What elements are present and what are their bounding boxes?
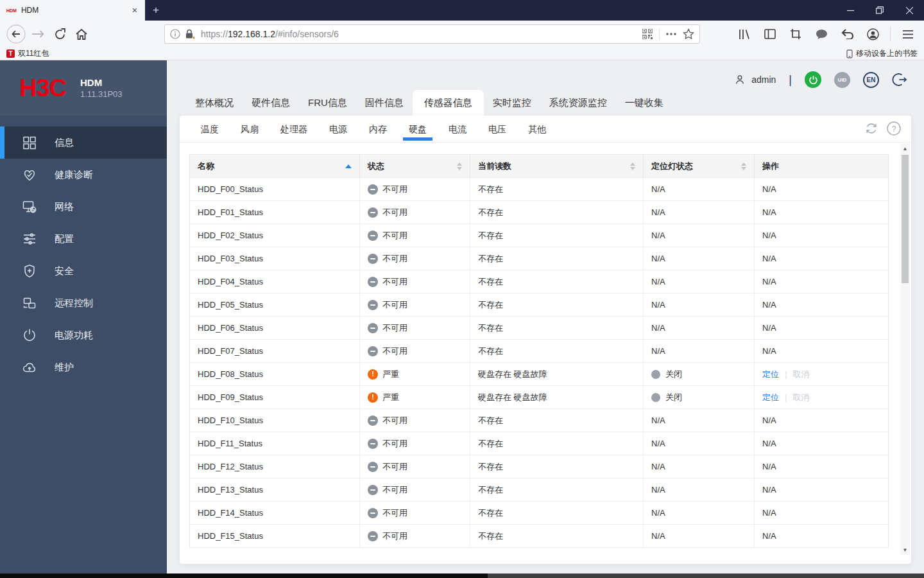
column-header[interactable]: 当前读数 [470, 155, 644, 177]
sidebar: H3C HDM 1.11.31P03 信息健康诊断网络配置安全远程控制电源功耗维… [0, 60, 167, 574]
bookmark-item[interactable]: T 双11红包 [6, 48, 49, 59]
main-tab[interactable]: 传感器信息 [413, 90, 484, 116]
language-button[interactable]: EN [863, 72, 879, 88]
main-tab[interactable]: FRU信息 [299, 90, 356, 116]
sensor-name: HDD_F04_Status [190, 270, 360, 293]
sensor-status: 不可用 [360, 178, 470, 200]
table-scrollbar[interactable]: ▲ ▼ [900, 143, 910, 555]
sort-asc-icon[interactable] [345, 164, 352, 168]
insecure-lock-icon[interactable] [185, 29, 196, 39]
uid-button[interactable]: UID [834, 72, 850, 88]
main-tab[interactable]: 固件信息 [356, 90, 413, 116]
taobao-bookmark-icon: T [6, 49, 15, 58]
sensor-subtab[interactable]: 温度 [190, 116, 230, 143]
sidebar-item[interactable]: 健康诊断 [0, 159, 167, 191]
tab-close-icon[interactable]: × [130, 4, 140, 16]
host-power-icon[interactable] [805, 71, 821, 88]
scroll-up-icon[interactable]: ▲ [900, 143, 910, 153]
sensor-subtab[interactable]: 电压 [477, 116, 517, 143]
username[interactable]: admin [751, 74, 776, 85]
minimize-button[interactable] [835, 0, 865, 21]
table-row: HDD_F08_Status严重硬盘存在 硬盘故障关闭定位|取消 [190, 363, 888, 386]
bookmarks-bar: T 双11红包 移动设备上的书签 [0, 48, 924, 60]
close-window-button[interactable] [894, 0, 924, 21]
sensor-subtab[interactable]: 风扇 [230, 116, 270, 143]
reload-button[interactable] [49, 23, 71, 45]
table-row: HDD_F07_Status不可用不存在N/AN/A [190, 340, 888, 363]
sidebar-item[interactable]: 网络 [0, 191, 167, 223]
sidebar-item[interactable]: 配置 [0, 223, 167, 255]
cancel-link[interactable]: 取消 [792, 392, 809, 403]
home-button[interactable] [71, 23, 92, 45]
menu-hamburger-icon[interactable] [897, 23, 919, 45]
main-tab[interactable]: 整体概况 [186, 90, 243, 116]
new-tab-button[interactable]: + [145, 0, 167, 21]
sensor-subtab[interactable]: 处理器 [270, 116, 318, 143]
sidebar-toggle-icon[interactable] [759, 23, 781, 45]
column-header[interactable]: 状态 [360, 155, 470, 177]
operation-cell: N/A [755, 224, 889, 247]
sidebar-item[interactable]: 维护 [0, 351, 167, 383]
content-panel: 温度风扇处理器电源内存硬盘电流电压其他 ? 名称状态当前读数定位灯状态操作 HD… [180, 116, 911, 564]
sort-icon[interactable] [630, 162, 635, 170]
sensor-subtab[interactable]: 电流 [438, 116, 477, 143]
qr-code-icon[interactable] [642, 29, 653, 39]
unavailable-icon [368, 416, 378, 426]
operation-cell: N/A [755, 178, 889, 200]
mobile-bookmarks[interactable]: 移动设备上的书签 [846, 48, 918, 59]
cancel-link[interactable]: 取消 [792, 369, 809, 380]
refresh-icon[interactable] [864, 121, 878, 136]
forward-button[interactable] [27, 23, 49, 45]
sort-icon[interactable] [741, 162, 746, 170]
sensor-name: HDD_F13_Status [190, 478, 360, 501]
help-icon[interactable]: ? [887, 121, 901, 136]
scroll-down-icon[interactable]: ▼ [900, 545, 910, 555]
library-icon[interactable] [733, 23, 755, 45]
url-bar[interactable]: https://192.168.1.2/#info/sensors/6 [164, 24, 700, 44]
sidebar-item-label: 网络 [55, 201, 74, 213]
table-row: HDD_F03_Status不可用不存在N/AN/A [190, 247, 888, 270]
locate-link[interactable]: 定位 [762, 369, 779, 380]
page-actions-icon[interactable] [666, 33, 676, 35]
chat-icon[interactable] [810, 23, 832, 45]
main-tab[interactable]: 系统资源监控 [540, 90, 616, 116]
main-tab[interactable]: 实时监控 [484, 90, 540, 116]
sidebar-item[interactable]: 安全 [0, 255, 167, 287]
led-status: N/A [644, 409, 755, 432]
page-info-icon[interactable] [170, 29, 180, 39]
sort-icon[interactable] [457, 162, 462, 170]
main-tabs: 整体概况硬件信息FRU信息固件信息传感器信息实时监控系统资源监控一键收集 [186, 90, 672, 116]
main-tab[interactable]: 一键收集 [616, 90, 672, 116]
main-area: admin | UID EN 整体概况硬件信息FRU信息固件信息传感器信息实时监… [167, 60, 924, 574]
bookmark-label: 双11红包 [18, 48, 49, 59]
sensor-subtab[interactable]: 硬盘 [398, 116, 438, 143]
table-row: HDD_F12_Status不可用不存在N/AN/A [190, 455, 888, 478]
unavailable-icon [368, 300, 378, 310]
logout-icon[interactable] [892, 72, 907, 87]
sidebar-item[interactable]: 信息 [0, 127, 167, 159]
sidebar-item[interactable]: 远程控制 [0, 287, 167, 319]
column-header[interactable]: 名称 [190, 155, 360, 177]
bookmark-star-icon[interactable] [683, 28, 694, 40]
sensor-status: 严重 [360, 363, 470, 385]
screenshot-icon[interactable] [785, 23, 807, 45]
column-header[interactable]: 定位灯状态 [644, 155, 755, 177]
browser-tab[interactable]: HDM HDM × [0, 0, 145, 21]
sensor-subtab[interactable]: 其他 [517, 116, 557, 143]
undo-close-tab-icon[interactable] [836, 23, 858, 45]
main-tab[interactable]: 硬件信息 [243, 90, 299, 116]
sensor-name: HDD_F07_Status [190, 340, 360, 362]
sidebar-item[interactable]: 电源功耗 [0, 319, 167, 351]
operation-cell: N/A [755, 502, 889, 524]
sensor-subtab[interactable]: 内存 [358, 116, 398, 143]
scrollbar-thumb[interactable] [902, 155, 909, 283]
restore-button[interactable] [865, 0, 894, 21]
sensor-name: HDD_F03_Status [190, 247, 360, 270]
locate-link[interactable]: 定位 [762, 392, 779, 403]
account-icon[interactable] [862, 23, 884, 45]
tab-title: HDM [21, 6, 130, 15]
operation-cell: N/A [755, 293, 889, 316]
operation-cell: N/A [755, 525, 889, 547]
sensor-subtab[interactable]: 电源 [318, 116, 358, 143]
back-button[interactable] [5, 23, 27, 45]
